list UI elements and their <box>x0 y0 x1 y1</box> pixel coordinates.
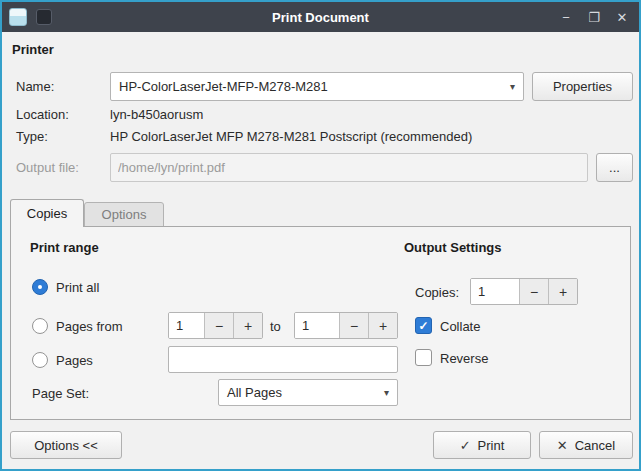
tab-options[interactable]: Options <box>84 202 164 227</box>
printer-name-value: HP-ColorLaserJet-MFP-M278-M281 <box>119 79 328 94</box>
printer-name-label: Name: <box>16 72 54 101</box>
increment-button[interactable]: + <box>548 279 577 304</box>
pages-to-spinner: 1 − + <box>294 312 398 339</box>
check-icon: ✓ <box>418 319 428 333</box>
page-set-label: Page Set: <box>32 384 89 402</box>
titlebar[interactable]: Print Document − ❐ ✕ <box>2 2 639 32</box>
decrement-button[interactable]: − <box>519 279 548 304</box>
window-menu-icon[interactable] <box>36 9 52 25</box>
options-toggle-label: Options << <box>34 438 98 453</box>
decrement-button[interactable]: − <box>204 313 233 338</box>
close-icon: ✕ <box>557 438 568 453</box>
printer-location-value: lyn-b450aorusm <box>110 105 203 123</box>
reverse-label: Reverse <box>440 349 488 367</box>
properties-button-label: Properties <box>553 79 612 94</box>
browse-button-label: ... <box>609 160 620 175</box>
tab-copies[interactable]: Copies <box>10 199 84 227</box>
maximize-button[interactable]: ❐ <box>584 7 604 27</box>
chevron-down-icon: ▾ <box>510 81 515 92</box>
collate-label: Collate <box>440 317 480 335</box>
copies-label: Copies: <box>415 283 459 301</box>
minimize-button[interactable]: − <box>556 7 576 27</box>
pages-to-value[interactable]: 1 <box>295 313 339 338</box>
printer-type-label: Type: <box>16 127 48 145</box>
print-button[interactable]: ✓ Print <box>433 431 531 459</box>
check-icon: ✓ <box>460 438 471 453</box>
print-dialog-window: Print Document − ❐ ✕ Printer Name: HP-Co… <box>0 0 641 471</box>
print-range-heading: Print range <box>30 238 99 256</box>
output-file-input <box>110 153 588 182</box>
pages-from-spinner: 1 − + <box>168 312 263 339</box>
browse-button[interactable]: ... <box>596 153 633 182</box>
window-title: Print Document <box>112 10 529 25</box>
page-set-combobox[interactable]: All Pages ▾ <box>218 379 398 406</box>
print-all-label: Print all <box>56 278 99 296</box>
page-set-value: All Pages <box>227 385 282 400</box>
pages-list-label: Pages <box>56 351 93 369</box>
output-settings-heading: Output Settings <box>404 238 502 256</box>
pages-from-value[interactable]: 1 <box>169 313 204 338</box>
printer-name-combobox[interactable]: HP-ColorLaserJet-MFP-M278-M281 ▾ <box>110 72 524 101</box>
increment-button[interactable]: + <box>233 313 262 338</box>
cancel-button[interactable]: ✕ Cancel <box>539 431 633 459</box>
increment-button[interactable]: + <box>368 313 397 338</box>
options-toggle-button[interactable]: Options << <box>10 431 122 459</box>
close-button[interactable]: ✕ <box>612 7 632 27</box>
pages-from-label: Pages from <box>56 317 122 335</box>
print-all-radio[interactable] <box>32 279 48 295</box>
app-icon <box>9 8 27 26</box>
properties-button[interactable]: Properties <box>532 72 633 101</box>
pages-list-radio[interactable] <box>32 352 48 368</box>
printer-location-label: Location: <box>16 105 69 123</box>
pages-to-label: to <box>270 317 281 335</box>
printer-type-value: HP ColorLaserJet MFP M278-M281 Postscrip… <box>110 127 472 145</box>
collate-checkbox[interactable]: ✓ <box>415 317 432 334</box>
copies-value[interactable]: 1 <box>471 279 519 304</box>
output-file-label: Output file: <box>16 153 79 182</box>
print-button-label: Print <box>478 438 505 453</box>
printer-section-heading: Printer <box>12 40 54 58</box>
window-controls: − ❐ ✕ <box>556 7 632 27</box>
pages-from-radio[interactable] <box>32 318 48 334</box>
reverse-checkbox[interactable] <box>415 349 432 366</box>
decrement-button[interactable]: − <box>339 313 368 338</box>
pages-list-input[interactable] <box>168 346 398 373</box>
copies-spinner: 1 − + <box>470 278 578 305</box>
chevron-down-icon: ▾ <box>384 387 389 398</box>
cancel-button-label: Cancel <box>575 438 615 453</box>
